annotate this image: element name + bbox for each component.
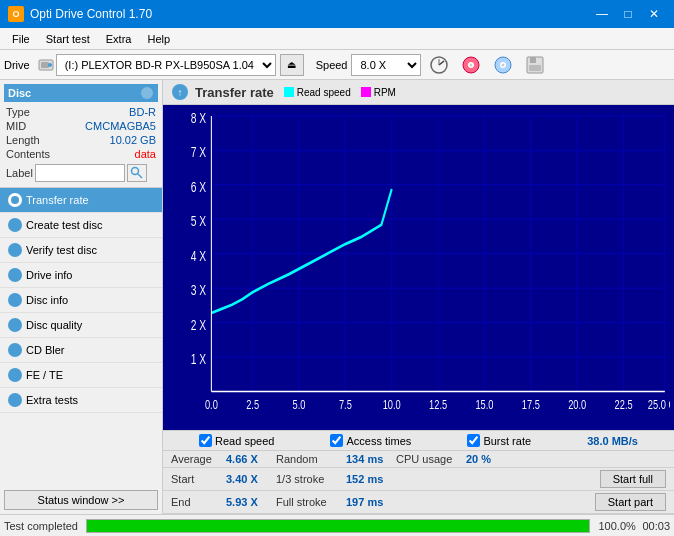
access-times-check-label: Access times [346, 435, 411, 447]
disc-icon-button1[interactable] [457, 53, 485, 77]
speed-select[interactable]: 8.0 X [351, 54, 421, 76]
main-area: Disc Type BD-R MID CMCMAGBA5 Length 10.0… [0, 80, 674, 514]
svg-text:25.0 GB: 25.0 GB [648, 398, 670, 412]
nav-label-disc-quality: Disc quality [26, 319, 82, 331]
transfer-rate-icon: ↑ [171, 83, 189, 101]
speed-icon-button[interactable] [425, 53, 453, 77]
disc-mid-value: CMCMAGBA5 [85, 120, 156, 132]
svg-text:10.0: 10.0 [383, 398, 401, 412]
disc-length-value: 10.02 GB [110, 134, 156, 146]
drive-eject-button[interactable]: ⏏ [280, 54, 304, 76]
time-display: 00:03 [642, 520, 670, 532]
nav-label-transfer-rate: Transfer rate [26, 194, 89, 206]
stat-end-label: End [171, 496, 226, 508]
nav-item-disc-quality[interactable]: Disc quality [0, 313, 162, 338]
checkbox-access-times[interactable]: Access times [330, 434, 411, 447]
chart-container: 8 X 7 X 6 X 5 X 4 X 3 X 2 X 1 X 0.0 2.5 … [163, 105, 674, 430]
disc-label-row: Label [4, 163, 158, 183]
save-icon [525, 55, 545, 75]
svg-text:22.5: 22.5 [615, 398, 633, 412]
legend-rpm-color [361, 87, 371, 97]
nav-list: Transfer rate Create test disc Verify te… [0, 188, 162, 486]
nav-item-fe-te[interactable]: FE / TE [0, 363, 162, 388]
nav-icon-verify [8, 243, 22, 257]
nav-icon-create [8, 218, 22, 232]
stat-random-value: 134 ms [346, 453, 396, 465]
nav-item-drive-info[interactable]: Drive info [0, 263, 162, 288]
chart-legend: Read speed RPM [284, 87, 396, 98]
drive-select[interactable]: (I:) PLEXTOR BD-R PX-LB950SA 1.04 [56, 54, 276, 76]
svg-text:15.0: 15.0 [475, 398, 493, 412]
status-window-button[interactable]: Status window >> [4, 490, 158, 510]
search-icon [130, 166, 144, 180]
svg-text:7 X: 7 X [191, 145, 206, 161]
maximize-button[interactable]: □ [616, 4, 640, 24]
nav-label-create: Create test disc [26, 219, 102, 231]
svg-text:1 X: 1 X [191, 352, 206, 368]
nav-item-cd-bler[interactable]: CD Bler [0, 338, 162, 363]
checkbox-burst-rate[interactable]: Burst rate [467, 434, 531, 447]
disc-label-search-button[interactable] [127, 164, 147, 182]
svg-rect-14 [529, 65, 541, 71]
svg-rect-20 [165, 109, 670, 426]
start-full-button[interactable]: Start full [600, 470, 666, 488]
burst-rate-value: 38.0 MB/s [587, 435, 638, 447]
stat-average-value: 4.66 X [226, 453, 276, 465]
nav-label-drive-info: Drive info [26, 269, 72, 281]
svg-text:17.5: 17.5 [522, 398, 540, 412]
read-speed-checkbox[interactable] [199, 434, 212, 447]
svg-point-8 [470, 63, 473, 66]
minimize-button[interactable]: — [590, 4, 614, 24]
progress-bar-fill [87, 520, 589, 532]
menu-start-test[interactable]: Start test [38, 31, 98, 47]
disc-label-input[interactable] [35, 164, 125, 182]
menu-help[interactable]: Help [139, 31, 178, 47]
app-title: Opti Drive Control 1.70 [30, 7, 152, 21]
disc-type-label: Type [6, 106, 30, 118]
disc-contents-label: Contents [6, 148, 50, 160]
statusbar: Test completed 100.0% 00:03 [0, 514, 674, 536]
nav-item-verify-test-disc[interactable]: Verify test disc [0, 238, 162, 263]
drivebar: Drive (I:) PLEXTOR BD-R PX-LB950SA 1.04 … [0, 50, 674, 80]
svg-line-17 [138, 174, 142, 178]
disc-icon [461, 55, 481, 75]
nav-icon-drive-info [8, 268, 22, 282]
stat-start-value: 3.40 X [226, 473, 276, 485]
burst-rate-checkbox[interactable] [467, 434, 480, 447]
progress-percent: 100.0% [598, 520, 638, 532]
disc-panel: Disc Type BD-R MID CMCMAGBA5 Length 10.0… [0, 80, 162, 188]
nav-icon-extra [8, 393, 22, 407]
nav-item-create-test-disc[interactable]: Create test disc [0, 213, 162, 238]
nav-label-verify: Verify test disc [26, 244, 97, 256]
stat-third-stroke-label: 1/3 stroke [276, 473, 346, 485]
svg-text:12.5: 12.5 [429, 398, 447, 412]
svg-text:20.0: 20.0 [568, 398, 586, 412]
svg-text:6 X: 6 X [191, 179, 206, 195]
nav-item-disc-info[interactable]: Disc info [0, 288, 162, 313]
stats-area: Average 4.66 X Random 134 ms CPU usage 2… [163, 450, 674, 514]
legend-rpm: RPM [361, 87, 396, 98]
start-part-button[interactable]: Start part [595, 493, 666, 511]
progress-bar [86, 519, 590, 533]
nav-item-transfer-rate[interactable]: Transfer rate [0, 188, 162, 213]
menu-file[interactable]: File [4, 31, 38, 47]
stats-row-1: Average 4.66 X Random 134 ms CPU usage 2… [163, 451, 674, 468]
disc-contents-value: data [135, 148, 156, 160]
nav-item-extra-tests[interactable]: Extra tests [0, 388, 162, 413]
disc-icon-button2[interactable] [489, 53, 517, 77]
drive-label: Drive [4, 59, 30, 71]
disc-contents-row: Contents data [4, 147, 158, 161]
chart-title: Transfer rate [195, 85, 274, 100]
close-button[interactable]: ✕ [642, 4, 666, 24]
disc-length-label: Length [6, 134, 40, 146]
save-button[interactable] [521, 53, 549, 77]
disc-header-label: Disc [8, 87, 31, 99]
access-times-checkbox[interactable] [330, 434, 343, 447]
stat-cpu-label: CPU usage [396, 453, 466, 465]
menu-extra[interactable]: Extra [98, 31, 140, 47]
disc-type-row: Type BD-R [4, 105, 158, 119]
disc-mid-row: MID CMCMAGBA5 [4, 119, 158, 133]
disc-length-row: Length 10.02 GB [4, 133, 158, 147]
checkbox-read-speed[interactable]: Read speed [199, 434, 274, 447]
stat-end-value: 5.93 X [226, 496, 276, 508]
